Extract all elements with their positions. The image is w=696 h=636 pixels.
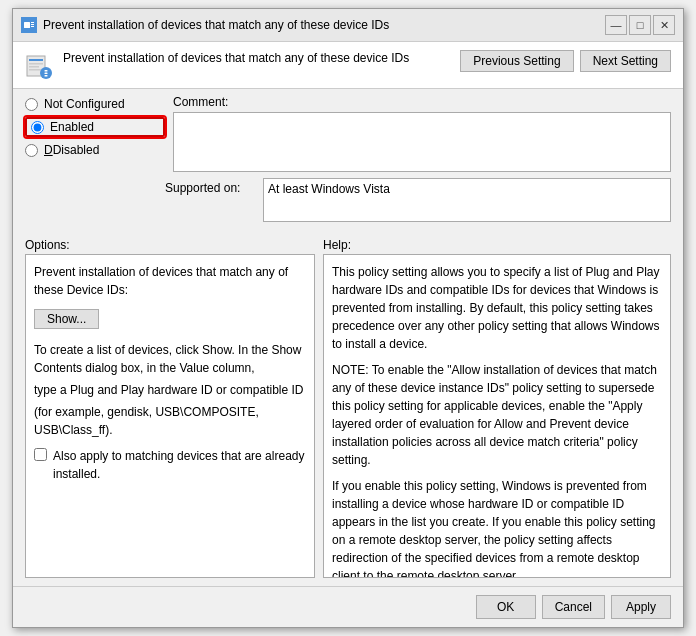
title-bar: Prevent installation of devices that mat… (13, 9, 683, 42)
options-instruction2: type a Plug and Play hardware ID or comp… (34, 381, 306, 399)
policy-icon (25, 52, 53, 80)
svg-rect-8 (29, 66, 39, 68)
footer: OK Cancel Apply (13, 586, 683, 627)
show-button[interactable]: Show... (34, 309, 99, 329)
comment-textarea[interactable] (173, 112, 671, 172)
comment-label: Comment: (173, 95, 671, 109)
close-button[interactable]: ✕ (653, 15, 675, 35)
svg-rect-2 (31, 22, 34, 23)
help-paragraph-1: This policy setting allows you to specif… (332, 263, 662, 353)
section-labels: Options: Help: (13, 234, 683, 254)
svg-rect-11 (45, 70, 48, 72)
header-buttons: Previous Setting Next Setting (460, 50, 671, 72)
disabled-label[interactable]: DDisabled (44, 143, 99, 157)
also-apply-row[interactable]: Also apply to matching devices that are … (34, 447, 306, 483)
not-configured-radio[interactable] (25, 98, 38, 111)
enabled-label[interactable]: Enabled (50, 120, 94, 134)
comment-area: Comment: (165, 95, 671, 172)
options-content: Prevent installation of devices that mat… (26, 255, 314, 577)
disabled-option[interactable]: DDisabled (25, 141, 165, 159)
window-controls: — □ ✕ (605, 15, 675, 35)
dialog-title: Prevent installation of devices that mat… (43, 18, 389, 32)
not-configured-option[interactable]: Not Configured (25, 95, 165, 113)
enabled-radio[interactable] (31, 121, 44, 134)
svg-rect-7 (29, 63, 43, 65)
maximize-button[interactable]: □ (629, 15, 651, 35)
help-paragraph-2: NOTE: To enable the "Allow installation … (332, 361, 662, 469)
header-title: Prevent installation of devices that mat… (63, 50, 450, 67)
options-section-label: Options: (25, 238, 315, 252)
ok-button[interactable]: OK (476, 595, 536, 619)
apply-button[interactable]: Apply (611, 595, 671, 619)
enabled-option[interactable]: Enabled (25, 117, 165, 137)
header-area: Prevent installation of devices that mat… (13, 42, 683, 89)
svg-rect-3 (31, 24, 34, 25)
svg-rect-4 (31, 26, 34, 27)
options-panel: Prevent installation of devices that mat… (25, 254, 315, 578)
supported-row: Supported on: At least Windows Vista (13, 178, 683, 222)
options-instruction3: (for example, gendisk, USB\COMPOSITE, US… (34, 403, 306, 439)
supported-label: Supported on: (165, 181, 255, 195)
two-columns: Prevent installation of devices that mat… (13, 254, 683, 586)
help-paragraph-3: If you enable this policy setting, Windo… (332, 477, 662, 578)
dialog-icon (21, 17, 37, 33)
svg-rect-13 (45, 75, 48, 77)
help-section-label: Help: (323, 238, 671, 252)
radio-comment-row: Not Configured Enabled DDisabled Comment… (13, 89, 683, 172)
dialog: Prevent installation of devices that mat… (12, 8, 684, 628)
options-instruction1: To create a list of devices, click Show.… (34, 341, 306, 377)
help-panel: This policy setting allows you to specif… (323, 254, 671, 578)
svg-rect-9 (29, 69, 41, 71)
radio-group: Not Configured Enabled DDisabled (25, 95, 165, 172)
supported-value: At least Windows Vista (268, 182, 390, 196)
svg-rect-12 (45, 73, 48, 75)
also-apply-checkbox[interactable] (34, 448, 47, 461)
not-configured-label[interactable]: Not Configured (44, 97, 125, 111)
cancel-button[interactable]: Cancel (542, 595, 605, 619)
title-bar-left: Prevent installation of devices that mat… (21, 17, 389, 33)
previous-setting-button[interactable]: Previous Setting (460, 50, 573, 72)
minimize-button[interactable]: — (605, 15, 627, 35)
supported-value-box: At least Windows Vista (263, 178, 671, 222)
options-description: Prevent installation of devices that mat… (34, 263, 306, 299)
svg-rect-1 (24, 22, 30, 28)
next-setting-button[interactable]: Next Setting (580, 50, 671, 72)
disabled-radio[interactable] (25, 144, 38, 157)
svg-rect-6 (29, 59, 43, 61)
also-apply-label[interactable]: Also apply to matching devices that are … (53, 447, 306, 483)
